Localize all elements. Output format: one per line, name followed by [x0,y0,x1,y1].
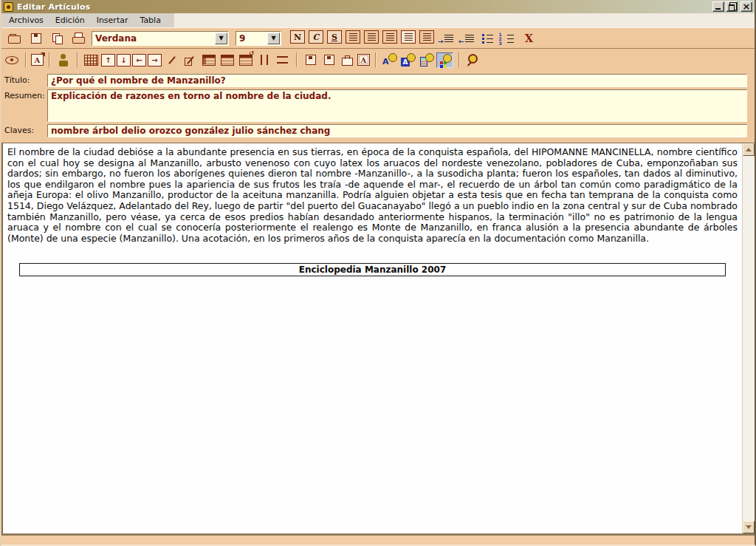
copy-button[interactable] [49,30,66,46]
underline-button[interactable]: S [327,30,342,44]
font-size-select[interactable]: 9 ▼ [236,31,281,46]
bullet-list-button[interactable] [479,30,496,46]
insert-row-below-button[interactable] [117,54,131,66]
insert-col-right-button[interactable] [148,54,162,66]
statistics-button[interactable] [418,52,435,68]
numbered-list-button[interactable] [500,30,517,46]
bold-button[interactable]: N [290,30,305,44]
font-select-value: Verdana [92,33,215,44]
menu-bar: ArchivosEdiciónInsertarTabla [1,13,755,28]
scroll-down-icon [746,525,752,529]
vertical-scrollbar[interactable] [742,143,755,533]
claves-label: Claves: [1,124,47,135]
window-controls [712,1,752,12]
spellcheck-button[interactable]: A [381,52,398,68]
status-bar [1,535,755,546]
dictionary-button[interactable]: A [399,52,416,68]
chevron-down-icon[interactable]: ▼ [215,33,227,44]
toolbar-separator [296,52,297,67]
scroll-down-button[interactable] [743,521,755,533]
align-left-button[interactable] [346,30,360,44]
titulo-label: Título: [1,74,47,85]
titulo-input[interactable] [47,74,747,87]
menu-archivos[interactable]: Archivos [3,14,49,27]
save-article-button[interactable] [302,52,319,68]
edit-cell-button[interactable] [163,52,180,68]
open-button[interactable] [6,30,23,46]
save-button[interactable] [27,30,44,46]
menu-edicion[interactable]: Edición [49,14,91,27]
resumen-input[interactable]: Explicación de razones en torno al nombr… [47,89,747,122]
insert-photo-button[interactable] [55,52,72,68]
scroll-up-icon [746,148,752,151]
article-body-editor[interactable]: El nombre de la ciudad debióse a la abun… [3,143,742,533]
preview-button[interactable] [3,52,20,68]
split-cell-horizontal-button[interactable] [274,52,291,68]
toolbar-separator [375,52,376,67]
align-right-button[interactable] [382,30,397,44]
article-paragraph: El nombre de la ciudad debióse a la abun… [7,147,738,244]
print-button[interactable] [70,30,87,46]
article-form: Título: Resumen: Explicación de razones … [1,71,755,143]
toolbar-insert: AAAA [1,48,755,71]
resumen-label: Resumen: [1,89,47,100]
insert-row-above-button[interactable] [101,54,115,66]
close-button[interactable] [740,1,752,12]
toolbar-separator [77,52,78,67]
menu-tabla[interactable]: Tabla [134,14,166,27]
media-gallery-button[interactable] [436,52,453,68]
format-cell-button[interactable] [182,52,199,68]
text-frame-button[interactable]: A [357,54,370,66]
toolbar-separator [25,52,26,67]
editor-area: El nombre de la ciudad debióse a la abun… [1,143,755,535]
scroll-up-button[interactable] [743,143,755,156]
insert-note-button[interactable] [320,52,337,68]
indent-increase-button[interactable] [438,30,455,46]
font-select[interactable]: Verdana ▼ [92,31,229,46]
minimize-button[interactable] [712,1,724,12]
encyclopedia-box: Enciclopedia Manzanillo 2007 [19,263,726,276]
font-size-value: 9 [236,33,267,44]
restore-button[interactable] [726,1,738,12]
insert-col-left-button[interactable] [132,54,146,66]
align-center-button[interactable] [364,30,379,44]
editar-articulos-window: Editar Artículos ArchivosEdiciónInsertar… [0,0,756,546]
insert-symbol-button[interactable]: A [31,54,44,66]
indent-decrease-button[interactable] [458,30,475,46]
file-button-group [6,30,87,46]
claves-input[interactable] [47,124,747,137]
window-title: Editar Artículos [17,2,712,12]
menu-insertar[interactable]: Insertar [91,14,134,27]
table-rows-button[interactable] [219,52,236,68]
search-button[interactable] [464,52,481,68]
split-cell-vertical-button[interactable] [255,52,272,68]
toolbar-separator [49,52,49,67]
format-button-group: NCSX [290,30,537,46]
align-justify-button[interactable] [401,30,416,44]
app-icon [4,2,13,12]
table-update-button[interactable] [237,52,254,68]
title-bar: Editar Artículos [1,0,755,13]
export-button[interactable] [339,52,356,68]
chevron-down-icon[interactable]: ▼ [267,33,280,44]
toolbar-separator [458,52,459,67]
align-full-button[interactable] [419,30,434,44]
table-column-button[interactable] [200,52,217,68]
toolbar-formatting: Verdana ▼ 9 ▼ NCSX [1,28,755,48]
italic-button[interactable]: C [309,30,323,44]
menu-band: ArchivosEdiciónInsertarTabla [1,13,174,27]
delete-button[interactable]: X [520,30,537,46]
insert-table-button[interactable] [83,52,100,68]
